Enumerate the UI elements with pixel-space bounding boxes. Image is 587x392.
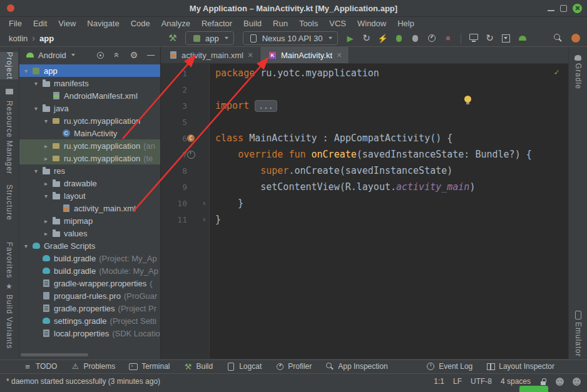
menu-edit[interactable]: Edit [28,19,53,28]
menu-window[interactable]: Window [352,19,392,28]
close-tab-icon[interactable] [336,50,342,60]
code-line-8[interactable]: super.onCreate(savedInstanceState) [215,163,568,179]
menu-navigate[interactable]: Navigate [81,19,125,28]
folder-icon[interactable] [0,86,18,97]
chevron-down-icon[interactable]: ▾ [42,193,50,199]
code-line-10[interactable]: } [215,195,568,211]
status-message[interactable]: * daemon started successfully (3 minutes… [6,377,160,386]
tree-item-ru-yotc-myapplication[interactable]: ▸ru.yotc.myapplication(te [19,152,160,164]
tool-button-logcat[interactable]: Logcat [226,361,262,371]
tree-item-gradle-properties[interactable]: gradle.properties(Project Pr [19,302,160,314]
code-line-3[interactable]: import ... [215,98,568,114]
caret-position[interactable]: 1:1 [434,377,444,386]
device-manager-icon[interactable] [466,31,481,46]
profile-icon[interactable] [424,31,439,46]
tree-item-ru-yotc-myapplication[interactable]: ▸ru.yotc.myapplication(an [19,139,160,152]
minimize-button[interactable] [548,10,554,11]
tree-item-values[interactable]: ▸values [19,227,160,239]
device-dropdown[interactable]: Nexus 10 API 30 [243,31,338,45]
line-separator[interactable]: LF [453,377,462,386]
chevron-right-icon[interactable]: ▸ [42,180,50,187]
tool-button-terminal[interactable]: Terminal [128,361,170,371]
chevron-down-icon[interactable]: ▾ [22,68,30,74]
chevron-right-icon[interactable]: ▸ [42,218,50,224]
fold-marker-icon[interactable] [200,200,208,206]
chevron-down-icon[interactable]: ▾ [32,80,40,87]
tree-item-gradle-wrapper-properties[interactable]: gradle-wrapper.properties( [19,277,160,289]
build-hammer-icon[interactable] [165,31,180,46]
ide-error-face-icon[interactable] [573,378,581,386]
tree-item-drawable[interactable]: ▸drawable [19,177,160,189]
menu-view[interactable]: View [53,19,81,28]
attach-debugger-icon[interactable] [408,31,423,46]
class-gutter-icon[interactable] [187,134,195,142]
tree-item-ru-yotc-myapplication[interactable]: ▾ru.yotc.myapplication [19,114,160,127]
menu-code[interactable]: Code [125,19,156,28]
debug-icon[interactable] [392,31,407,46]
code-line-7[interactable]: override fun onCreate(savedInstanceState… [215,146,568,163]
breadcrumb-module[interactable]: kotlin [9,34,28,43]
project-view-selector[interactable]: Android [38,51,66,60]
scrollbar-thumb[interactable] [21,353,88,356]
tree-item-mipmap[interactable]: ▸mipmap [19,214,160,227]
menu-refactor[interactable]: Refactor [196,19,238,28]
locate-file-icon[interactable] [95,50,105,60]
sdk-manager-icon[interactable] [499,31,514,46]
hide-panel-icon[interactable] [146,50,156,60]
editor-body[interactable]: 123567891011 package ru.yotc.myapplicati… [161,64,568,359]
menu-help[interactable]: Help [392,19,420,28]
tree-item-activity-main-xml[interactable]: activity_main.xml [19,202,160,214]
tool-button-build[interactable]: Build [183,361,213,371]
search-everywhere-icon[interactable] [551,31,566,46]
tree-item-app[interactable]: ▾app [19,64,160,77]
stripe-tab-gradle[interactable]: Gradle [569,63,587,89]
stripe-tab-resource-manager[interactable]: Resource Manager [0,101,18,174]
tool-button-layout-inspector[interactable]: Layout Inspector [486,361,554,371]
maximize-button[interactable] [560,5,567,12]
tree-item-res[interactable]: ▾res [19,164,160,177]
chevron-down-icon[interactable]: ▾ [32,105,40,112]
star-icon[interactable] [0,281,18,292]
tool-button-problems[interactable]: Problems [70,361,115,371]
code-line-1[interactable]: package ru.yotc.myapplication [215,65,568,81]
tree-item-layout[interactable]: ▾layout [19,189,160,202]
code-line-6[interactable]: class MainActivity : AppCompatActivity()… [215,130,568,146]
file-encoding[interactable]: UTF-8 [471,377,492,386]
menu-vcs[interactable]: VCS [324,19,352,28]
avd-manager-icon[interactable] [515,31,530,46]
user-avatar-icon[interactable] [568,31,583,46]
gradle-icon[interactable] [569,52,587,63]
horizontal-scrollbar[interactable] [19,353,160,357]
lock-icon[interactable] [539,377,547,386]
tab-mainactivity-kt[interactable]: MainActivity.kt [260,47,349,63]
chevron-down-icon[interactable]: ▾ [32,168,40,174]
tree-item-build-gradle[interactable]: build.gradle(Project: My_Ap [19,252,160,264]
close-tab-icon[interactable] [247,50,253,60]
collapse-all-icon[interactable] [112,50,122,60]
intention-bulb-icon[interactable] [464,96,471,103]
chevron-right-icon[interactable]: ▸ [42,143,50,149]
chevron-right-icon[interactable]: ▸ [42,155,50,162]
code-line-11[interactable]: } [215,211,568,228]
menu-tools[interactable]: Tools [294,19,324,28]
tree-item-gradle-scripts[interactable]: ▾Gradle Scripts [19,239,160,252]
code-area[interactable]: package ru.yotc.myapplicationimport ...c… [210,64,568,359]
code-line-2[interactable] [215,81,568,98]
override-gutter-icon[interactable] [187,151,195,159]
tree-item-mainactivity[interactable]: MainActivity [19,127,160,139]
tool-button-app-inspection[interactable]: App Inspection [325,361,387,371]
tree-item-proguard-rules-pro[interactable]: proguard-rules.pro(ProGuar [19,289,160,302]
stripe-tab-emulator[interactable]: Emulator [569,322,587,357]
stripe-tab-favorites[interactable]: Favorites [0,242,18,278]
stripe-tab-project[interactable]: Project [0,52,18,79]
title-bar[interactable]: My Application – MainActivity.kt [My_App… [0,0,587,17]
run-icon[interactable] [343,31,358,46]
tab-activity-main-xml[interactable]: activity_main.xml [161,47,260,63]
apply-code-changes-icon[interactable] [375,31,390,46]
tool-button-profiler[interactable]: Profiler [275,361,312,371]
fold-marker-icon[interactable] [200,216,208,223]
chevron-right-icon[interactable]: ▸ [42,230,50,237]
menu-run[interactable]: Run [267,19,294,28]
chevron-down-icon[interactable]: ▾ [22,243,30,249]
chevron-down-icon[interactable]: ▾ [42,118,50,124]
